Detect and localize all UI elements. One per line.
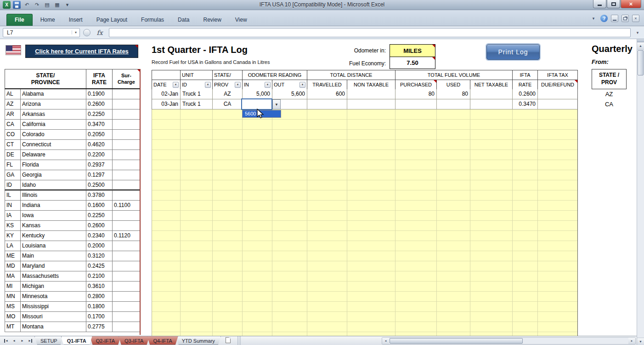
state-code-cell[interactable]: ID: [5, 180, 21, 190]
odometer-unit-cell[interactable]: MILES: [390, 44, 435, 57]
log-cell-state[interactable]: AZ: [213, 89, 243, 99]
quarter-state-header[interactable]: STATE / PROV: [592, 69, 627, 89]
ifta-rate-cell[interactable]: 0.1900: [86, 89, 113, 99]
surcharge-cell[interactable]: [113, 170, 140, 180]
surcharge-cell[interactable]: [113, 180, 140, 190]
log-cell-rate[interactable]: 0.2600: [513, 89, 538, 99]
surcharge-cell[interactable]: [113, 190, 140, 201]
state-code-cell[interactable]: MD: [5, 261, 21, 271]
redo-icon[interactable]: ↷: [33, 1, 41, 9]
header-surcharge[interactable]: Sur- Charge: [113, 69, 140, 88]
surcharge-cell[interactable]: [113, 322, 140, 332]
filter-dropdown-icon[interactable]: ▾: [235, 82, 241, 88]
horizontal-scroll-track[interactable]: [523, 338, 628, 344]
ifta-rate-cell[interactable]: 0.2600: [86, 221, 113, 231]
empty-column[interactable]: [272, 109, 307, 336]
sheet-tab-q4-ifta[interactable]: Q4-IFTA: [147, 336, 178, 345]
log-cell-in[interactable]: 5,000: [243, 89, 272, 99]
state-name-cell[interactable]: Maryland: [21, 261, 86, 271]
empty-column[interactable]: [243, 109, 272, 336]
ifta-rate-cell[interactable]: 0.3780: [86, 190, 113, 201]
surcharge-cell[interactable]: [113, 130, 140, 140]
state-code-cell[interactable]: IL: [5, 190, 21, 201]
first-sheet-icon[interactable]: ◂: [2, 337, 9, 344]
empty-column[interactable]: [395, 109, 437, 336]
state-name-cell[interactable]: Iowa: [21, 211, 86, 221]
insert-function-button[interactable]: [83, 29, 90, 36]
ifta-rate-cell[interactable]: 0.2600: [86, 99, 113, 109]
state-code-cell[interactable]: LA: [5, 241, 21, 251]
log-cell-out[interactable]: 5,600: [272, 89, 307, 99]
help-icon[interactable]: ?: [600, 15, 608, 22]
header-odometer-group[interactable]: ODOMETER READING: [243, 70, 307, 80]
state-name-cell[interactable]: Louisiana: [21, 241, 86, 251]
log-cell-used[interactable]: 80: [437, 89, 470, 99]
vertical-scrollbar[interactable]: ▲ ▼: [637, 39, 644, 345]
log-cell-tax[interactable]: [538, 89, 578, 99]
sheet-tab-q2-ifta[interactable]: Q2-IFTA: [90, 336, 121, 345]
surcharge-cell[interactable]: [113, 109, 140, 120]
state-code-cell[interactable]: IA: [5, 211, 21, 221]
surcharge-cell[interactable]: [113, 99, 140, 109]
log-cell-unit[interactable]: Truck 1: [181, 89, 213, 99]
header-state-province[interactable]: STATE/ PROVINCE: [5, 69, 86, 88]
scroll-down-icon[interactable]: ▼: [637, 338, 644, 345]
ribbon-tab-review[interactable]: Review: [197, 14, 227, 26]
ifta-rate-cell[interactable]: 0.2775: [86, 322, 113, 332]
header-state[interactable]: STATE/: [213, 70, 243, 80]
workbook-restore-icon[interactable]: [621, 15, 629, 22]
state-code-cell[interactable]: MN: [5, 292, 21, 302]
sheet-tab-setup[interactable]: SETUP: [34, 336, 63, 345]
header-purchased[interactable]: PURCHASED: [395, 80, 437, 90]
surcharge-cell[interactable]: [113, 221, 140, 231]
quarter-state-value[interactable]: AZ: [592, 89, 627, 99]
empty-column[interactable]: [181, 109, 213, 336]
state-name-cell[interactable]: Indiana: [21, 201, 86, 211]
log-cell-rate[interactable]: 0.3470: [513, 99, 538, 109]
ribbon-tab-insert[interactable]: Insert: [63, 14, 89, 26]
log-cell-date[interactable]: 03-Jan: [152, 99, 181, 109]
state-name-cell[interactable]: Minnesota: [21, 292, 86, 302]
state-name-cell[interactable]: Missouri: [21, 312, 86, 322]
surcharge-cell[interactable]: [113, 261, 140, 271]
state-name-cell[interactable]: Kentucky: [21, 231, 86, 241]
state-name-cell[interactable]: Kansas: [21, 221, 86, 231]
customize-arrow-icon[interactable]: ▾: [63, 1, 71, 9]
surcharge-cell[interactable]: [113, 89, 140, 99]
empty-column[interactable]: [307, 109, 347, 336]
ifta-rate-cell[interactable]: 0.2937: [86, 160, 113, 170]
header-date[interactable]: DATE▾: [152, 80, 181, 90]
log-cell-unit[interactable]: Truck 1: [181, 99, 213, 109]
state-name-cell[interactable]: Michigan: [21, 282, 86, 292]
header-ifta-tax[interactable]: IFTA TAX: [538, 70, 578, 80]
sheet-tab-q1-ifta[interactable]: Q1-IFTA: [61, 336, 92, 345]
filter-dropdown-icon[interactable]: ▾: [205, 82, 211, 88]
empty-column[interactable]: [347, 109, 395, 336]
header-ifta[interactable]: IFTA: [513, 70, 538, 80]
ribbon-tab-page-layout[interactable]: Page Layout: [90, 14, 133, 26]
state-name-cell[interactable]: Florida: [21, 160, 86, 170]
print-icon[interactable]: ▤: [43, 1, 51, 9]
ifta-rate-cell[interactable]: 0.2250: [86, 109, 113, 120]
empty-column[interactable]: [152, 109, 181, 336]
state-code-cell[interactable]: CA: [5, 120, 21, 130]
state-code-cell[interactable]: AZ: [5, 99, 21, 109]
surcharge-cell[interactable]: [113, 120, 140, 130]
header-prov[interactable]: PROV▾: [213, 80, 243, 90]
empty-column[interactable]: [538, 109, 578, 336]
header-travelled[interactable]: TRAVELLED: [307, 80, 347, 90]
empty-column[interactable]: [213, 109, 243, 336]
ifta-rate-cell[interactable]: 0.1700: [86, 312, 113, 322]
ifta-rate-cell[interactable]: 0.1600: [86, 201, 113, 211]
previous-sheet-icon[interactable]: ◂: [11, 337, 17, 344]
state-name-cell[interactable]: Montana: [21, 322, 86, 332]
state-code-cell[interactable]: MA: [5, 271, 21, 282]
filter-dropdown-icon[interactable]: ▾: [173, 82, 179, 88]
state-name-cell[interactable]: Colorado: [21, 130, 86, 140]
tab-scroll-splitter[interactable]: [237, 336, 241, 345]
state-name-cell[interactable]: Illinois: [21, 190, 86, 201]
ifta-rate-cell[interactable]: 0.2340: [86, 231, 113, 241]
name-box[interactable]: L7 ▾: [3, 28, 80, 37]
state-name-cell[interactable]: Mississippi: [21, 302, 86, 312]
ifta-rate-cell[interactable]: 0.2050: [86, 130, 113, 140]
